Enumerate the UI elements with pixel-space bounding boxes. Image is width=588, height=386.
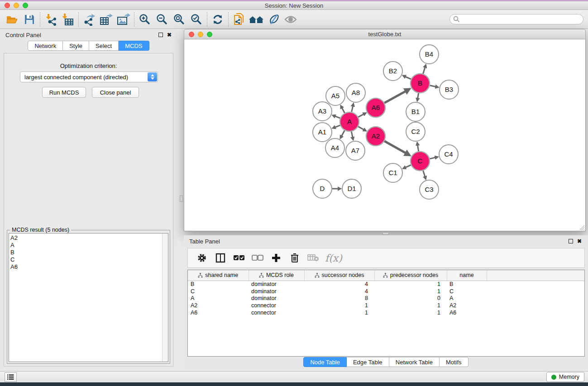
close-panel-icon[interactable]: ✖ — [167, 33, 172, 37]
mcds-result-list[interactable]: A2ABCA6 — [9, 233, 168, 362]
table-settings-button[interactable] — [194, 250, 210, 266]
export-table-button[interactable] — [98, 12, 115, 27]
table-cell[interactable]: A2 — [447, 302, 487, 309]
graph-edge-C-C4[interactable] — [430, 157, 435, 159]
open-session-button[interactable] — [4, 12, 21, 27]
float-panel-icon[interactable] — [158, 33, 163, 37]
table-row[interactable]: A6connector11A6 — [188, 309, 584, 316]
save-session-button[interactable] — [21, 12, 38, 27]
graph-edge-A-A6[interactable] — [358, 114, 363, 117]
tab-style[interactable]: Style — [63, 41, 89, 51]
show-all-columns-button[interactable] — [231, 250, 247, 266]
select-columns-button[interactable] — [213, 250, 228, 266]
table-cell[interactable]: dominator — [249, 281, 304, 288]
tab-edge-table[interactable]: Edge Table — [347, 357, 389, 367]
network-window-titlebar[interactable]: testGlobe.txt — [184, 29, 586, 39]
desktop-vertical-scroll-thumb[interactable] — [180, 195, 183, 202]
table-cell[interactable]: A2 — [188, 302, 249, 309]
table-cell[interactable]: 0 — [374, 295, 447, 302]
hide-annotations-button[interactable] — [265, 12, 282, 27]
criterion-dropdown[interactable]: largest connected component (directed) — [20, 71, 158, 82]
tab-select[interactable]: Select — [89, 41, 119, 51]
zoom-fit-button[interactable] — [171, 12, 188, 27]
table-cell[interactable]: 1 — [374, 302, 447, 309]
col-predecessor-nodes[interactable]: predecessor nodes — [374, 270, 447, 281]
col-shared-name[interactable]: shared name — [188, 270, 249, 281]
import-table-button[interactable] — [59, 12, 76, 27]
graph-edge-A-A1[interactable] — [335, 125, 340, 127]
float-table-panel-icon[interactable] — [569, 239, 573, 243]
table-cell[interactable]: 8 — [304, 295, 374, 302]
graph-edge-B-B3[interactable] — [430, 86, 435, 87]
table-row[interactable]: Cdominator41C — [188, 288, 584, 295]
create-column-button[interactable] — [268, 250, 284, 266]
graph-edge-A-A8[interactable] — [352, 106, 353, 112]
tab-motifs[interactable]: Motifs — [440, 357, 468, 367]
export-network-button[interactable] — [81, 12, 98, 27]
hide-all-columns-button[interactable] — [250, 250, 265, 266]
mcds-result-item[interactable]: A — [10, 242, 168, 249]
graph-edge-A-A5[interactable] — [342, 108, 345, 113]
table-row[interactable]: Bdominator41B — [188, 281, 584, 288]
tab-network-table[interactable]: Network Table — [389, 357, 440, 367]
table-cell[interactable]: dominator — [249, 288, 304, 295]
search-field[interactable] — [449, 14, 583, 24]
close-table-panel-icon[interactable]: ✖ — [577, 239, 582, 243]
table-cell[interactable]: 1 — [304, 309, 374, 316]
tab-node-table[interactable]: Node Table — [303, 357, 347, 367]
col-mcds-role[interactable]: MCDS role — [249, 270, 304, 281]
run-mcds-button[interactable]: Run MCDS — [42, 87, 86, 98]
table-cell[interactable]: 1 — [374, 309, 447, 316]
refresh-button[interactable] — [209, 12, 226, 27]
zoom-in-button[interactable] — [136, 12, 153, 27]
network-view-window[interactable]: testGlobe.txt AA6A2BCA5A8A3A1A4A7B2B4B3B… — [184, 29, 586, 231]
graph-edge-A-A2[interactable] — [358, 127, 363, 130]
graph-edge-A6-B[interactable] — [384, 91, 405, 103]
col-name[interactable]: name — [447, 270, 487, 281]
table-cell[interactable]: 1 — [374, 288, 447, 295]
table-cell[interactable]: 1 — [304, 302, 374, 309]
memory-button[interactable]: Memory — [546, 372, 584, 382]
graph-edge-C-C3[interactable] — [423, 171, 425, 176]
table-cell[interactable]: 1 — [374, 281, 447, 288]
table-cell[interactable]: dominator — [249, 295, 304, 302]
resize-grip-icon[interactable] — [579, 224, 584, 230]
graph-edge-A-A4[interactable] — [342, 130, 345, 136]
network-graph[interactable]: AA6A2BCA5A8A3A1A4A7B2B4B3B1C2C4C1C3DD1 — [184, 39, 585, 230]
table-panel-header[interactable]: Table Panel ✖ — [184, 235, 588, 247]
network-canvas[interactable]: AA6A2BCA5A8A3A1A4A7B2B4B3B1C2C4C1C3DD1 — [184, 39, 586, 231]
mcds-result-item[interactable]: A2 — [10, 234, 168, 242]
task-history-button[interactable] — [5, 372, 17, 382]
table-cell[interactable]: 4 — [304, 288, 374, 295]
show-graphics-details-button[interactable] — [282, 12, 299, 27]
graph-edge-A-A7[interactable] — [351, 132, 353, 137]
mcds-result-item[interactable]: C — [10, 256, 168, 263]
table-row[interactable]: A2connector11A2 — [188, 302, 584, 309]
table-cell[interactable]: connector — [249, 309, 304, 316]
table-cell[interactable]: B — [447, 281, 487, 288]
tab-network[interactable]: Network — [28, 41, 63, 51]
table-cell[interactable]: A — [188, 295, 249, 302]
graph-edge-B-B1[interactable] — [418, 93, 419, 98]
function-builder-button[interactable]: f(x) — [325, 253, 342, 264]
zoom-selected-button[interactable] — [188, 12, 205, 27]
search-input[interactable] — [460, 15, 583, 24]
table-cell[interactable]: A6 — [447, 309, 487, 316]
delete-table-button[interactable] — [306, 250, 321, 266]
table-cell[interactable]: A6 — [188, 309, 249, 316]
table-cell[interactable]: C — [188, 288, 249, 295]
delete-columns-button[interactable] — [287, 250, 302, 266]
zoom-out-button[interactable] — [153, 12, 171, 27]
mcds-result-item[interactable]: A6 — [10, 263, 168, 271]
col-successor-nodes[interactable]: successor nodes — [304, 270, 374, 281]
table-row[interactable]: Adominator80A — [188, 295, 584, 302]
mcds-result-item[interactable]: B — [10, 249, 168, 256]
desktop-horizontal-scroll-thumb[interactable] — [382, 232, 389, 235]
table-cell[interactable]: A — [447, 295, 487, 302]
table-header-row[interactable]: shared name MCDS role successor nodes pr… — [188, 270, 584, 281]
close-panel-button[interactable]: Close panel — [92, 87, 139, 98]
export-image-button[interactable] — [115, 12, 132, 27]
import-network-button[interactable] — [42, 12, 59, 27]
open-network-file-button[interactable] — [230, 12, 248, 27]
home-button[interactable] — [248, 12, 265, 27]
